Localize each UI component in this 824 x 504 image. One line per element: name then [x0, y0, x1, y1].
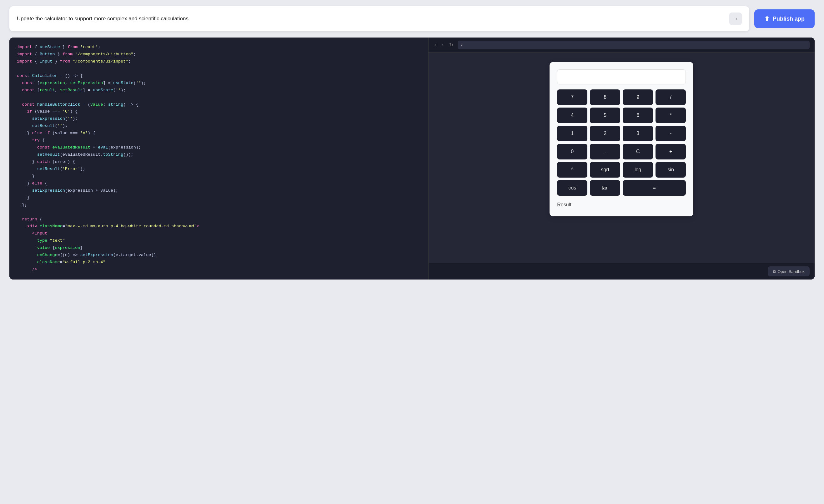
code-line: /> — [17, 266, 421, 273]
btn-power[interactable]: ^ — [557, 162, 587, 178]
browser-bar: ‹ › ↻ / — [429, 37, 815, 53]
forward-button[interactable]: › — [441, 41, 445, 48]
calculator-buttons: 7 8 9 / 4 5 6 * 1 2 3 - — [557, 89, 686, 196]
code-line — [17, 209, 421, 216]
code-line: <div className="max-w-md mx-auto p-4 bg-… — [17, 223, 421, 230]
prompt-text: Update the calculator to support more co… — [17, 16, 189, 22]
main-container: import { useState } from 'react'; import… — [9, 37, 815, 280]
code-line: const [expression, setExpression] = useS… — [17, 80, 421, 87]
code-line: type="text" — [17, 237, 421, 244]
code-line: setExpression(expression + value); — [17, 187, 421, 194]
code-line: if (value === 'C') { — [17, 108, 421, 115]
code-line: } catch (error) { — [17, 159, 421, 166]
code-line: }; — [17, 202, 421, 209]
code-line: import { Input } from "/components/ui/in… — [17, 58, 421, 65]
btn-sqrt[interactable]: sqrt — [590, 162, 620, 178]
back-button[interactable]: ‹ — [433, 41, 438, 48]
code-line: import { useState } from 'react'; — [17, 44, 421, 51]
code-line: return ( — [17, 216, 421, 223]
refresh-button[interactable]: ↻ — [448, 41, 454, 48]
btn-divide[interactable]: / — [655, 89, 686, 105]
btn-4[interactable]: 4 — [557, 108, 587, 123]
code-line: } — [17, 173, 421, 180]
code-line: onChange={(e) => setExpression(e.target.… — [17, 252, 421, 259]
btn-0[interactable]: 0 — [557, 144, 587, 160]
code-line: const [result, setResult] = useState('')… — [17, 87, 421, 94]
code-line: setResult(''); — [17, 122, 421, 130]
preview-panel: ‹ › ↻ / 7 8 9 / 4 5 — [428, 37, 815, 280]
publish-label: Publish app — [773, 16, 805, 22]
code-line: } else { — [17, 180, 421, 187]
btn-clear[interactable]: C — [623, 144, 653, 160]
code-line: } — [17, 194, 421, 202]
btn-multiply[interactable]: * — [655, 108, 686, 123]
code-line: setResult('Error'); — [17, 166, 421, 173]
publish-button[interactable]: ⬆ Publish app — [754, 9, 815, 28]
arrow-button[interactable]: → — [729, 12, 742, 25]
btn-9[interactable]: 9 — [623, 89, 653, 105]
sandbox-icon: ⧉ — [773, 269, 776, 274]
btn-7[interactable]: 7 — [557, 89, 587, 105]
btn-log[interactable]: log — [623, 162, 653, 178]
top-bar: Update the calculator to support more co… — [9, 6, 815, 31]
code-line: <Input — [17, 230, 421, 237]
btn-add[interactable]: + — [655, 144, 686, 160]
code-line: import { Button } from "/components/ui/b… — [17, 51, 421, 58]
btn-5[interactable]: 5 — [590, 108, 620, 123]
btn-decimal[interactable]: . — [590, 144, 620, 160]
code-line: const handleButtonClick = (value: string… — [17, 101, 421, 108]
split-view: import { useState } from 'react'; import… — [9, 37, 815, 280]
code-line: } else if (value === '=') { — [17, 130, 421, 137]
code-line: const evaluatedResult = eval(expression)… — [17, 144, 421, 151]
prompt-box: Update the calculator to support more co… — [9, 6, 749, 31]
btn-2[interactable]: 2 — [590, 126, 620, 141]
calculator-container: 7 8 9 / 4 5 6 * 1 2 3 - — [429, 53, 815, 263]
calculator-display[interactable] — [557, 70, 686, 84]
code-line — [17, 94, 421, 101]
code-line: setExpression(''); — [17, 115, 421, 122]
code-line — [17, 65, 421, 73]
btn-subtract[interactable]: - — [655, 126, 686, 141]
code-line: setResult(evaluatedResult.toString()); — [17, 151, 421, 159]
btn-1[interactable]: 1 — [557, 126, 587, 141]
btn-sin[interactable]: sin — [655, 162, 686, 178]
open-sandbox-button[interactable]: ⧉ Open Sandbox — [768, 267, 810, 276]
btn-3[interactable]: 3 — [623, 126, 653, 141]
code-panel: import { useState } from 'react'; import… — [9, 37, 428, 280]
btn-equals[interactable]: = — [623, 180, 686, 196]
code-line: className="w-full p-2 mb-4" — [17, 259, 421, 266]
code-line: const Calculator = () => { — [17, 73, 421, 80]
code-line: value={expression} — [17, 244, 421, 252]
preview-footer: ⧉ Open Sandbox — [429, 263, 815, 280]
url-bar[interactable]: / — [457, 41, 810, 49]
calculator: 7 8 9 / 4 5 6 * 1 2 3 - — [549, 62, 693, 216]
btn-6[interactable]: 6 — [623, 108, 653, 123]
btn-cos[interactable]: cos — [557, 180, 587, 196]
calc-result: Result: — [557, 201, 686, 209]
btn-8[interactable]: 8 — [590, 89, 620, 105]
upload-icon: ⬆ — [764, 15, 769, 22]
btn-tan[interactable]: tan — [590, 180, 620, 196]
sandbox-label: Open Sandbox — [778, 269, 805, 274]
code-line: try { — [17, 137, 421, 144]
